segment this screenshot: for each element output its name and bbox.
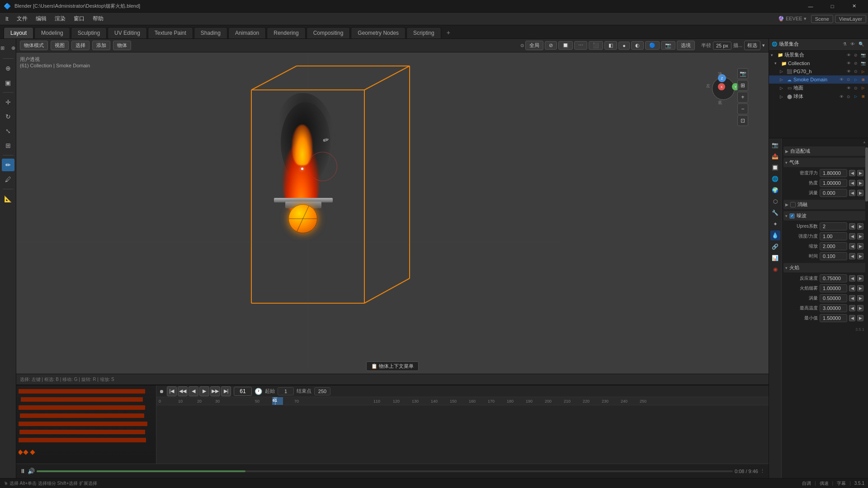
viewport-snap-btn[interactable]: 🔲 xyxy=(558,41,573,50)
time-value[interactable]: 0.100 xyxy=(820,252,847,260)
smoke-mod[interactable]: ⊞ xyxy=(860,76,866,83)
vis-render[interactable]: 📷 xyxy=(860,52,866,58)
pg70h-eye[interactable]: 👁 xyxy=(845,68,852,75)
vorticity-up-btn[interactable]: ▶ xyxy=(857,190,863,196)
tab-texture-paint[interactable]: Texture Paint xyxy=(148,27,193,38)
fs-down-btn[interactable]: ◀ xyxy=(849,285,855,291)
timeline-content[interactable] xyxy=(156,405,769,441)
prop-view-layer-icon[interactable]: 🔲 xyxy=(770,163,780,173)
mt-up-btn[interactable]: ▶ xyxy=(857,305,863,311)
prop-material-icon[interactable]: ◉ xyxy=(770,264,780,274)
prop-scene-icon[interactable]: 🌐 xyxy=(770,174,780,184)
3d-viewport[interactable]: 用户透视 (61) Collection | Smoke Domain xyxy=(16,52,769,374)
frame-end-input[interactable]: 250 xyxy=(314,387,330,395)
reaction-rate-value[interactable]: 0.75000 xyxy=(820,274,847,282)
draw-tool[interactable]: ✏ xyxy=(2,159,14,171)
mintemp-down-btn[interactable]: ◀ xyxy=(849,315,855,321)
outliner-collection[interactable]: ▾ 📁 Collection 👁 ⊘ 📷 xyxy=(769,59,868,67)
smoke-select[interactable]: ⊙ xyxy=(845,76,852,83)
minimize-button[interactable]: — xyxy=(800,0,821,13)
outliner-ground[interactable]: ▷ ▭ 地面 👁 ⊙ ▷ xyxy=(769,84,868,92)
audio-btn[interactable]: 🔊 xyxy=(28,468,35,474)
density-buoyancy-value[interactable]: 1.80000 xyxy=(820,169,847,177)
scale-down-btn[interactable]: ◀ xyxy=(849,243,855,249)
viewport-xray-btn[interactable]: ◧ xyxy=(604,41,617,50)
prop-modifiers-icon[interactable]: 🔧 xyxy=(770,208,780,218)
maximize-button[interactable]: □ xyxy=(822,0,843,13)
density-down-btn[interactable]: ◀ xyxy=(849,170,855,176)
menu-it[interactable]: It xyxy=(2,14,12,24)
menu-window[interactable]: 窗口 xyxy=(70,13,88,24)
frame-indicator[interactable]: 61 xyxy=(234,387,252,396)
tab-rendering[interactable]: Rendering xyxy=(267,27,305,38)
outliner-view-icon[interactable]: 👁 xyxy=(849,41,856,47)
tab-layout[interactable]: Layout xyxy=(4,27,33,38)
smoke-eye[interactable]: 👁 xyxy=(838,76,844,83)
viewport-overlay-btn[interactable]: ⬛ xyxy=(589,41,603,50)
viewport-mode-dropdown[interactable]: 物体模式 xyxy=(20,41,48,50)
move-tool[interactable]: ✛ xyxy=(2,96,14,108)
strength-down-btn[interactable]: ◀ xyxy=(849,233,855,239)
annotate-tool[interactable]: 🖊 xyxy=(2,173,14,186)
transform-tool[interactable]: ⊞ xyxy=(2,139,14,152)
zoom-out-btn[interactable]: − xyxy=(737,103,748,114)
viewport-shading-render-btn[interactable]: 🔵 xyxy=(645,41,660,50)
coll-vis-eye[interactable]: 👁 xyxy=(845,60,852,66)
strength-up-btn[interactable]: ▶ xyxy=(857,233,863,239)
noise-section-header[interactable]: ▾ ✓ 噪波 xyxy=(783,211,866,221)
close-button[interactable]: ✕ xyxy=(844,0,864,13)
ground-type[interactable]: ▷ xyxy=(860,85,866,91)
prop-output-icon[interactable]: 📤 xyxy=(770,151,780,161)
max-temp-value[interactable]: 3.00000 xyxy=(820,304,847,312)
tab-shading[interactable]: Shading xyxy=(194,27,227,38)
noise-check[interactable]: ✓ xyxy=(789,213,795,219)
mode-selector[interactable]: ⊞ xyxy=(0,42,8,54)
dissolve-check[interactable] xyxy=(790,202,796,207)
engine-selector[interactable]: 🔮 EEVEE ▾ xyxy=(775,15,809,23)
scale-up-btn[interactable]: ▶ xyxy=(857,243,863,249)
tab-uv-editing[interactable]: UV Editing xyxy=(108,27,147,38)
heat-down-btn[interactable]: ◀ xyxy=(849,180,855,186)
view-layer-selector[interactable]: ViewLayer xyxy=(835,15,866,23)
viewport-shading-solid-btn[interactable]: ● xyxy=(618,42,630,50)
prop-data-icon[interactable]: 📊 xyxy=(770,253,780,263)
scale-tool[interactable]: ⤡ xyxy=(2,125,14,137)
progress-bar[interactable] xyxy=(37,470,733,472)
menu-edit[interactable]: 编辑 xyxy=(32,13,50,24)
viewport-object-menu[interactable]: 物体 xyxy=(113,41,131,50)
select-box-tool[interactable]: ▣ xyxy=(2,76,14,89)
frame-start-input[interactable]: 1 xyxy=(278,387,294,395)
smoke-type[interactable]: ▷ xyxy=(853,76,859,83)
prop-constraints-icon[interactable]: 🔗 xyxy=(770,242,780,252)
ground-eye[interactable]: 👁 xyxy=(845,85,852,91)
viewport-pie-btn[interactable]: ⋯ xyxy=(574,41,587,50)
viewport-shading-mat-btn[interactable]: ◐ xyxy=(631,41,644,50)
dissolve-section-header[interactable]: ▶ 消融 xyxy=(783,200,866,209)
fire-smoke-value[interactable]: 1.00000 xyxy=(820,284,847,292)
pg70h-type[interactable]: ▷ xyxy=(860,68,866,75)
ground-select[interactable]: ⊙ xyxy=(853,85,859,91)
upres-up-btn[interactable]: ▶ xyxy=(857,223,863,230)
timeline-record-icon[interactable]: ⏺ xyxy=(159,389,164,394)
gas-section-header[interactable]: ▾ 气体 xyxy=(783,158,866,167)
outliner-sphere[interactable]: ▷ ⬤ 球体 👁 ⊙ ▷ ⊞ xyxy=(769,92,868,101)
prop-render-icon[interactable]: 📷 xyxy=(770,140,780,150)
fv-up-btn[interactable]: ▶ xyxy=(857,295,863,301)
prop-object-icon[interactable]: ⬡ xyxy=(770,197,780,206)
vorticity-value[interactable]: 0.000 xyxy=(820,189,847,197)
time-down-btn[interactable]: ◀ xyxy=(849,253,855,259)
frame-dropdown-icon[interactable]: ▾ xyxy=(762,42,765,48)
cursor-tool[interactable]: ⊕ xyxy=(2,62,14,75)
scale-value[interactable]: 2.000 xyxy=(820,242,847,250)
vis-restrict[interactable]: ⊘ xyxy=(853,52,859,58)
mt-down-btn[interactable]: ◀ xyxy=(849,305,855,311)
vis-eye[interactable]: 👁 xyxy=(845,52,852,58)
play-back-btn[interactable]: ◀ xyxy=(189,386,198,396)
gizmo-x-dot[interactable]: X xyxy=(718,83,725,90)
outliner-search-btn[interactable]: 🔍 xyxy=(857,41,865,47)
tab-geometry-nodes[interactable]: Geometry Nodes xyxy=(351,27,406,38)
more-options-btn[interactable]: ⋮ xyxy=(760,468,765,474)
viewport-add-menu[interactable]: 添加 xyxy=(92,41,110,50)
sphere-select[interactable]: ⊙ xyxy=(845,94,852,100)
pause-btn[interactable]: ⏸ xyxy=(20,468,26,474)
